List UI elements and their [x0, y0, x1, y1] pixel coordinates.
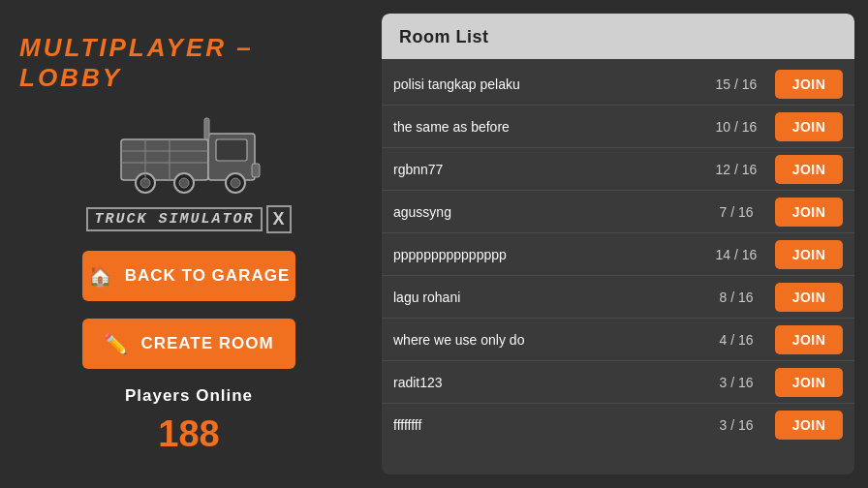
table-row: ffffffff3 / 16Join: [382, 404, 854, 446]
room-name: lagu rohani: [393, 290, 698, 305]
game-title: MULTIPLAYER – LOBBY: [19, 33, 358, 93]
room-player-count: 15 / 16: [698, 76, 775, 92]
join-button[interactable]: Join: [775, 198, 843, 227]
table-row: rgbnn7712 / 16Join: [382, 148, 854, 191]
room-player-count: 4 / 16: [698, 332, 775, 348]
room-list-body[interactable]: polisi tangkap pelaku15 / 16Jointhe same…: [382, 59, 854, 474]
home-icon: 🏠: [88, 264, 113, 288]
room-name: radit123: [393, 375, 698, 390]
room-player-count: 14 / 16: [698, 247, 775, 262]
table-row: where we use only do4 / 16Join: [382, 319, 854, 361]
svg-point-9: [231, 178, 240, 188]
right-panel: Room List polisi tangkap pelaku15 / 16Jo…: [378, 0, 868, 488]
join-button[interactable]: Join: [775, 368, 843, 397]
join-button[interactable]: Join: [775, 411, 843, 440]
table-row: radit1233 / 16Join: [382, 361, 854, 404]
players-online-label: Players Online: [125, 386, 253, 406]
back-to-garage-label: Back to Garage: [125, 266, 290, 286]
players-online-count: 188: [158, 413, 219, 455]
svg-point-7: [179, 178, 189, 188]
room-name: ffffffff: [393, 417, 698, 433]
room-player-count: 8 / 16: [698, 290, 775, 305]
room-player-count: 3 / 16: [698, 375, 775, 390]
room-player-count: 12 / 16: [698, 162, 775, 177]
room-name: the same as before: [393, 119, 698, 135]
table-row: agussyng7 / 16Join: [382, 191, 854, 233]
join-button[interactable]: Join: [775, 240, 843, 269]
create-room-label: Create Room: [140, 334, 273, 353]
table-row: lagu rohani8 / 16Join: [382, 276, 854, 319]
table-row: the same as before10 / 16Join: [382, 106, 854, 148]
create-room-button[interactable]: ✏️ Create Room: [82, 319, 295, 369]
room-name: polisi tangkap pelaku: [393, 76, 698, 92]
truck-logo: [111, 110, 266, 198]
room-list-container: Room List polisi tangkap pelaku15 / 16Jo…: [382, 14, 854, 474]
svg-rect-3: [252, 164, 260, 177]
room-name: ppppppppppppppp: [393, 247, 698, 262]
svg-rect-10: [204, 118, 209, 139]
main-layout: MULTIPLAYER – LOBBY: [0, 0, 868, 488]
join-button[interactable]: Join: [775, 325, 843, 354]
brand-name: TRUCK SIMULATOR X: [86, 205, 291, 233]
table-row: polisi tangkap pelaku15 / 16Join: [382, 63, 854, 106]
sim-title-x: X: [266, 205, 292, 233]
room-name: agussyng: [393, 204, 698, 220]
room-name: rgbnn77: [393, 162, 698, 177]
back-to-garage-button[interactable]: 🏠 Back to Garage: [82, 251, 295, 301]
join-button[interactable]: Join: [775, 155, 843, 184]
sim-title-text: TRUCK SIMULATOR: [86, 207, 262, 231]
room-player-count: 10 / 16: [698, 119, 775, 135]
left-panel: MULTIPLAYER – LOBBY: [0, 0, 378, 488]
table-row: ppppppppppppppp14 / 16Join: [382, 233, 854, 276]
svg-rect-2: [216, 139, 247, 161]
room-list-header: Room List: [382, 14, 854, 59]
join-button[interactable]: Join: [775, 112, 843, 141]
svg-rect-0: [121, 139, 208, 180]
join-button[interactable]: Join: [775, 283, 843, 312]
join-button[interactable]: Join: [775, 70, 843, 99]
edit-icon: ✏️: [104, 332, 129, 355]
room-player-count: 3 / 16: [698, 417, 775, 433]
room-player-count: 7 / 16: [698, 204, 775, 220]
room-name: where we use only do: [393, 332, 698, 348]
